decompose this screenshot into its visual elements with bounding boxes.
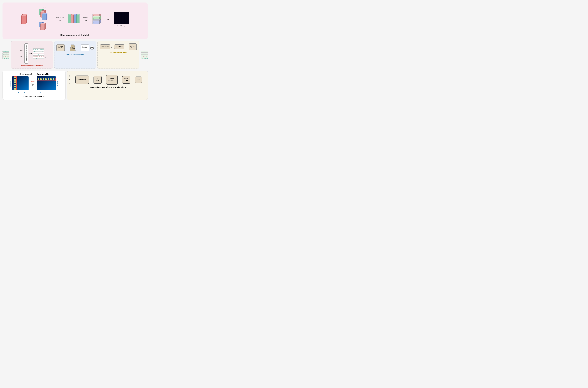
conv-shape: Conv bbox=[69, 43, 76, 52]
temporal-labels-row: Temporal Temporal bbox=[1, 92, 63, 94]
concatenate-group: Concatenate → bbox=[56, 16, 64, 22]
svg-point-64 bbox=[48, 78, 49, 80]
norm-label: norm bbox=[58, 48, 63, 49]
revin-denorm-label: ReVIN bbox=[130, 45, 135, 47]
output-side bbox=[141, 41, 148, 69]
middle-section: Mean Std Dimension-augmented Module ⇒ B bbox=[2, 41, 148, 69]
linear-box: Linear projection bbox=[80, 45, 89, 51]
panel-right-title: Transformer & Denorm bbox=[100, 51, 137, 53]
arrow-cte-revin: → bbox=[125, 45, 128, 48]
encoder-block-title: Cross-variable Transformer Encoder Block bbox=[69, 86, 146, 89]
input-side bbox=[2, 41, 9, 69]
arrow-ff-addnorm2: → bbox=[119, 78, 121, 81]
dots: ... bbox=[111, 45, 113, 48]
out-series-4 bbox=[141, 57, 148, 59]
cte-label-1: CTE Block bbox=[102, 46, 109, 48]
panel-cross-variable: Cross-temporal Cross-variable variables bbox=[2, 71, 66, 100]
series-line-4 bbox=[2, 57, 9, 59]
mean-label: Mean bbox=[43, 6, 46, 8]
std-label-mid: Std bbox=[20, 56, 24, 58]
arrow-vkq: → bbox=[72, 78, 74, 81]
svg-point-62 bbox=[43, 78, 44, 80]
panel-left-title: Series Feature Enhancement bbox=[13, 65, 51, 67]
deonrm-label: deonrm bbox=[130, 47, 135, 48]
cte-label-2: CTE Block bbox=[116, 46, 123, 48]
std-tensors: T bbox=[39, 22, 53, 32]
feed-forward-label: Feed Forward bbox=[108, 78, 116, 82]
cross-variable-label: Cross-variable bbox=[37, 73, 49, 75]
svg-rect-23 bbox=[71, 15, 74, 23]
reshape-group: Reshape → bbox=[83, 16, 89, 22]
add-norm-1-box: Add & Norm bbox=[94, 76, 102, 84]
output-series bbox=[141, 51, 148, 59]
feature-arrow: ⇒ bbox=[29, 52, 32, 55]
concatenate-label: Concatenate bbox=[56, 16, 64, 18]
temporal-label-2: Temporal bbox=[40, 92, 47, 94]
svg-point-63 bbox=[45, 78, 47, 80]
panel-encoder-block: V K Q → Attention → Add & Norm → bbox=[67, 71, 148, 100]
add-norm-2-box: Add & Norm bbox=[122, 76, 130, 84]
linear-label: Linear bbox=[82, 46, 88, 48]
svg-rect-17 bbox=[41, 24, 44, 30]
top-section-title: Dimension-augmented Module bbox=[7, 34, 143, 37]
svg-point-65 bbox=[50, 78, 52, 80]
vkq-labels: V K Q bbox=[69, 75, 70, 85]
projection-label: projection bbox=[82, 48, 88, 49]
arrow-attn-addnorm1: → bbox=[90, 78, 93, 81]
svg-marker-19 bbox=[44, 23, 46, 30]
cross-variable-attention-title: Cross-variable Attention bbox=[5, 96, 63, 98]
svg-point-51 bbox=[14, 79, 16, 81]
visual-image bbox=[114, 12, 129, 24]
plus-circle: ⊕ bbox=[90, 46, 94, 49]
svg-point-54 bbox=[14, 86, 16, 88]
panel-transformer: CTE Block ... CTE Block → ReVIN deonrm T… bbox=[97, 41, 139, 69]
concat-blocks bbox=[68, 14, 80, 24]
mean-label-mid: Mean bbox=[20, 49, 24, 51]
svg-rect-20 bbox=[68, 15, 71, 23]
svg-rect-49 bbox=[19, 76, 20, 90]
arrow-addnorm1-ff: → bbox=[103, 78, 105, 81]
reshape-label: Reshape bbox=[83, 16, 89, 18]
svg-marker-37 bbox=[93, 16, 101, 17]
svg-point-55 bbox=[14, 88, 16, 90]
svg-rect-26 bbox=[74, 15, 76, 23]
svg-text:B: B bbox=[93, 21, 94, 23]
right-heatmap-group: variables bbox=[37, 76, 58, 91]
svg-text:Conv: Conv bbox=[72, 47, 76, 49]
variables-label-left: variables bbox=[10, 81, 12, 87]
temporal-label-1: Temporal bbox=[18, 92, 25, 94]
input-series bbox=[2, 51, 9, 59]
bottom-section: Cross-temporal Cross-variable variables bbox=[2, 71, 148, 100]
feed-forward-box: Feed Forward bbox=[106, 75, 118, 85]
add-norm-1-label: Add & Norm bbox=[95, 78, 100, 82]
out-series-1 bbox=[141, 51, 148, 52]
concat-arrow: → bbox=[59, 19, 62, 22]
panel-series-feature: Mean Std Dimension-augmented Module ⇒ B bbox=[11, 41, 53, 69]
svg-point-53 bbox=[14, 84, 16, 85]
top-diagram: → Mean T bbox=[7, 6, 143, 32]
revin-box: ReVIN norm bbox=[56, 44, 65, 51]
cross-temporal-label: Cross-temporal bbox=[19, 73, 32, 75]
conv-label-encoder: Conv bbox=[136, 79, 140, 81]
heatmap-right-wrapper bbox=[37, 76, 56, 91]
svg-marker-12 bbox=[46, 13, 47, 20]
dim-aug-module-box: Dimension-augmented Module bbox=[24, 43, 28, 64]
series-line-2 bbox=[2, 53, 9, 55]
rgb-stack: R G B bbox=[93, 14, 103, 25]
k-label: K bbox=[69, 79, 70, 81]
attention-box: Attention bbox=[75, 75, 89, 84]
series-line-1 bbox=[2, 51, 9, 52]
series-line-3 bbox=[2, 55, 9, 57]
top-section: → Mean T bbox=[2, 2, 148, 39]
norm-fusion-diagram: ReVIN norm → Conv → Linear proj bbox=[56, 43, 94, 52]
svg-point-66 bbox=[53, 78, 54, 80]
cte-block-2: CTE Block bbox=[114, 44, 124, 49]
main-container: → Mean T bbox=[2, 2, 148, 100]
arrow-to-branch: → bbox=[32, 18, 35, 21]
svg-rect-10 bbox=[42, 14, 46, 20]
revin-label: ReVIN bbox=[58, 46, 63, 48]
revin-denorm-box: ReVIN deonrm bbox=[129, 43, 137, 50]
svg-marker-2 bbox=[26, 14, 27, 24]
v-label: V bbox=[69, 75, 70, 77]
svg-rect-47 bbox=[13, 76, 15, 90]
